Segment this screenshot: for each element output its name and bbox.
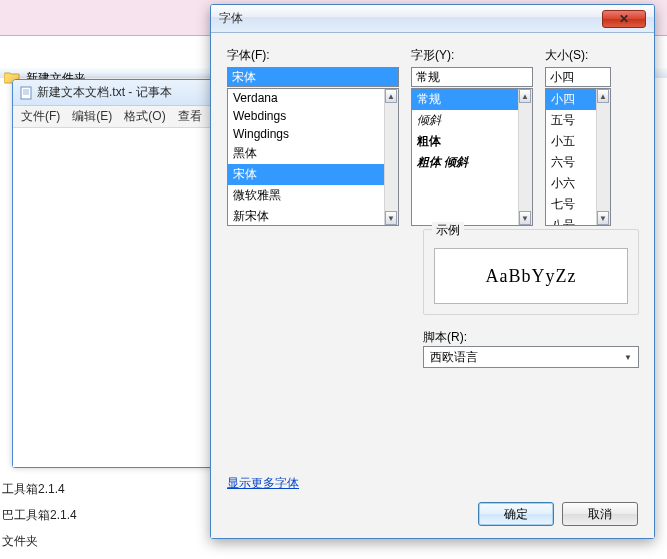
size-option[interactable]: 小六 <box>546 173 596 194</box>
close-icon: ✕ <box>619 12 629 26</box>
size-option[interactable]: 五号 <box>546 110 596 131</box>
script-value: 西欧语言 <box>430 349 478 366</box>
menu-file[interactable]: 文件(F) <box>21 108 60 125</box>
size-option[interactable]: 八号 <box>546 215 596 225</box>
scroll-down-icon[interactable]: ▼ <box>597 211 609 225</box>
style-input[interactable] <box>411 67 533 87</box>
script-label: 脚本(R): <box>423 329 467 346</box>
ok-button[interactable]: 确定 <box>478 502 554 526</box>
text-file-icon <box>19 86 33 100</box>
size-listbox[interactable]: 小四五号小五六号小六七号八号 ▲ ▼ <box>545 88 611 226</box>
more-fonts-link[interactable]: 显示更多字体 <box>227 475 299 492</box>
style-scrollbar[interactable]: ▲ ▼ <box>518 89 532 225</box>
font-option[interactable]: Wingdings <box>228 125 384 143</box>
style-option[interactable]: 常规 <box>412 89 518 110</box>
font-option[interactable]: Verdana <box>228 89 384 107</box>
side-item[interactable]: 文件夹 <box>0 532 79 558</box>
scroll-up-icon[interactable]: ▲ <box>519 89 531 103</box>
side-item[interactable]: 巴工具箱2.1.4 <box>0 506 79 532</box>
font-option[interactable]: Webdings <box>228 107 384 125</box>
menu-view[interactable]: 查看 <box>178 108 202 125</box>
scroll-down-icon[interactable]: ▼ <box>519 211 531 225</box>
font-option[interactable]: 黑体 <box>228 143 384 164</box>
sample-label: 示例 <box>432 222 464 239</box>
script-combobox[interactable]: 西欧语言 ▼ <box>423 346 639 368</box>
sample-preview: AaBbYyZz <box>434 248 628 304</box>
font-listbox[interactable]: VerdanaWebdingsWingdings黑体宋体微软雅黑新宋体 ▲ ▼ <box>227 88 399 226</box>
size-option[interactable]: 小四 <box>546 89 596 110</box>
font-option[interactable]: 微软雅黑 <box>228 185 384 206</box>
sample-groupbox: 示例 AaBbYyZz <box>423 229 639 315</box>
scroll-up-icon[interactable]: ▲ <box>597 89 609 103</box>
font-option[interactable]: 宋体 <box>228 164 384 185</box>
size-label: 大小(S): <box>545 47 611 64</box>
dialog-body: 字体(F): VerdanaWebdingsWingdings黑体宋体微软雅黑新… <box>211 33 654 538</box>
style-listbox[interactable]: 常规倾斜粗体粗体 倾斜 ▲ ▼ <box>411 88 533 226</box>
font-input[interactable] <box>227 67 399 87</box>
chevron-down-icon: ▼ <box>624 353 632 362</box>
size-option[interactable]: 小五 <box>546 131 596 152</box>
font-label: 字体(F): <box>227 47 399 64</box>
scroll-down-icon[interactable]: ▼ <box>385 211 397 225</box>
style-option[interactable]: 粗体 <box>412 131 518 152</box>
explorer-side-list: 工具箱2.1.4 巴工具箱2.1.4 文件夹 建文件夹 <box>0 480 79 559</box>
font-dialog: 字体 ✕ 字体(F): VerdanaWebdingsWingdings黑体宋体… <box>210 4 655 539</box>
svg-rect-0 <box>21 87 31 99</box>
style-option[interactable]: 倾斜 <box>412 110 518 131</box>
menu-format[interactable]: 格式(O) <box>124 108 165 125</box>
dialog-title-text: 字体 <box>219 10 243 27</box>
size-option[interactable]: 六号 <box>546 152 596 173</box>
font-scrollbar[interactable]: ▲ ▼ <box>384 89 398 225</box>
scroll-up-icon[interactable]: ▲ <box>385 89 397 103</box>
menu-edit[interactable]: 编辑(E) <box>72 108 112 125</box>
size-option[interactable]: 七号 <box>546 194 596 215</box>
cancel-button[interactable]: 取消 <box>562 502 638 526</box>
notepad-title-text: 新建文本文档.txt - 记事本 <box>37 84 172 101</box>
size-input[interactable] <box>545 67 611 87</box>
side-item[interactable]: 工具箱2.1.4 <box>0 480 79 506</box>
dialog-titlebar[interactable]: 字体 ✕ <box>211 5 654 33</box>
style-option[interactable]: 粗体 倾斜 <box>412 152 518 173</box>
close-button[interactable]: ✕ <box>602 10 646 28</box>
size-scrollbar[interactable]: ▲ ▼ <box>596 89 610 225</box>
font-option[interactable]: 新宋体 <box>228 206 384 225</box>
style-label: 字形(Y): <box>411 47 533 64</box>
